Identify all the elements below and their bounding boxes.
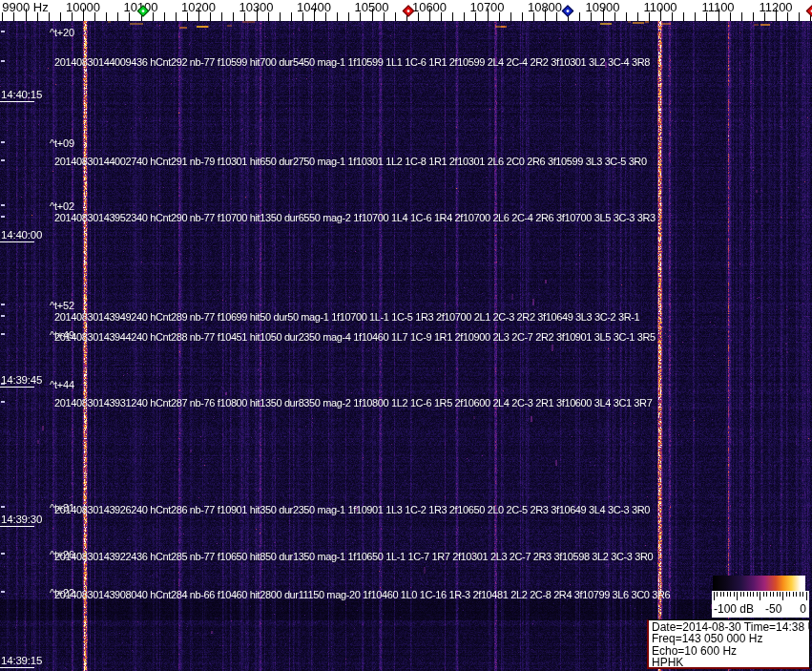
db-scale-tick (714, 592, 715, 600)
db-scale-tick (780, 592, 781, 597)
db-scale-tick (782, 592, 783, 600)
db-scale-tick (750, 592, 751, 597)
db-mid-label: -50 (765, 602, 781, 616)
db-scale-tick (802, 592, 803, 597)
db-scale-tick (770, 592, 771, 597)
db-scale-tick (766, 592, 767, 597)
db-scale-ticks (712, 591, 809, 602)
info-station-id: HPHK (652, 657, 809, 668)
axis-tick-label: 11200 (759, 0, 792, 14)
axis-tick-label: 10900 (585, 0, 619, 14)
db-scale-tick (800, 592, 801, 597)
marker-center-dot (566, 9, 570, 12)
db-scale-tick (743, 592, 744, 597)
db-scale-tick (723, 592, 724, 597)
axis-tick-label: 11100 (701, 0, 734, 14)
db-scale-tick (720, 592, 721, 597)
db-scale-tick (727, 592, 728, 597)
axis-tick-label: 10700 (469, 0, 504, 14)
db-scale-tick (740, 592, 741, 597)
db-scale-tick (786, 592, 787, 597)
db-min-label: -100 dB (714, 602, 754, 616)
db-scale-tick (747, 592, 748, 597)
spectrogram-canvas[interactable] (0, 21, 812, 671)
db-scale-labels: -100 dB -50 0 (712, 602, 809, 618)
axis-tick-label: 10300 (239, 0, 273, 14)
axis-tick-label: 10600 (412, 0, 447, 14)
db-scale-legend: -100 dB -50 0 (712, 576, 809, 618)
db-scale-tick (777, 592, 778, 597)
axis-tick-label: 10400 (297, 0, 331, 14)
axis-tick-label: 10500 (354, 0, 388, 14)
axis-tick-label: 10000 (66, 0, 100, 14)
db-scale-tick (763, 592, 764, 597)
db-max-label: 0 (800, 602, 806, 616)
db-scale-tick (806, 592, 807, 600)
axis-tick-label: 10200 (181, 0, 216, 14)
axis-tick-label: 11000 (643, 0, 677, 14)
marker-center-dot (406, 9, 410, 12)
db-scale-tick (734, 592, 735, 597)
db-scale-tick (737, 592, 738, 600)
db-scale-tick (730, 592, 731, 597)
axis-tick-label: 9900 Hz (2, 0, 48, 14)
db-scale-tick (717, 592, 718, 597)
meteor-echo-spectrogram-window: 9900 Hz100001010010200103001040010500106… (0, 0, 812, 671)
frequency-axis: 9900 Hz100001010010200103001040010500106… (0, 0, 812, 21)
axis-tick-label: 10800 (528, 0, 562, 14)
db-scale-tick (793, 592, 794, 597)
db-scale-tick (757, 592, 758, 597)
db-scale-tick (760, 592, 760, 600)
db-scale-tick (796, 592, 797, 597)
info-frequency: Freq=143 050 000 Hz (652, 633, 809, 644)
db-scale-tick (789, 592, 790, 597)
db-gradient-bar (713, 576, 805, 591)
info-box: Date=2014-08-30 Time=14:38 UTC Freq=143 … (647, 619, 810, 669)
marker-center-dot (141, 9, 145, 12)
db-scale-tick (773, 592, 774, 597)
db-scale-tick (753, 592, 754, 597)
